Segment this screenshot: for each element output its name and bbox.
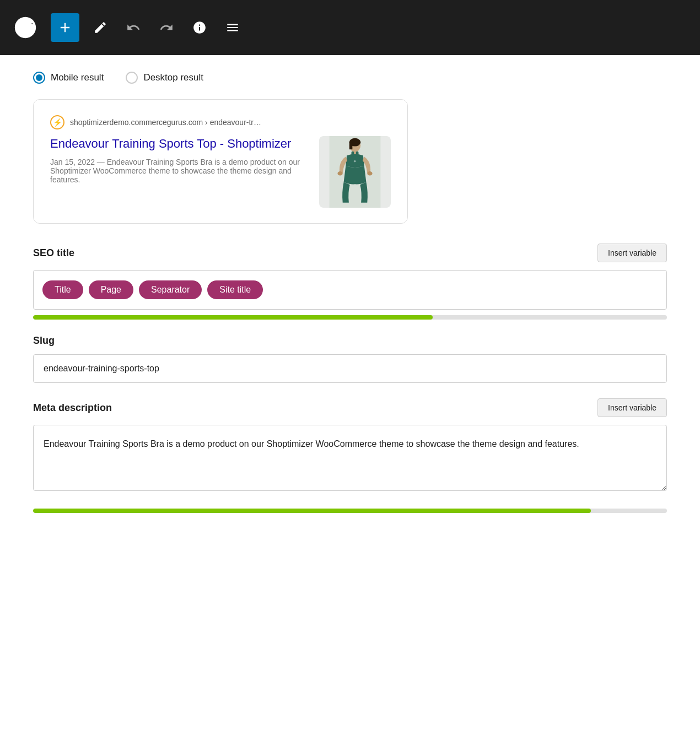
svg-point-7 (337, 171, 342, 175)
mobile-radio[interactable] (33, 72, 45, 84)
add-block-button[interactable] (51, 13, 79, 42)
slug-input[interactable] (33, 354, 667, 383)
tag-title[interactable]: Title (42, 280, 83, 299)
serp-url: shoptimizerdemo.commercegurus.com › ende… (70, 118, 261, 127)
seo-title-progress-bar (33, 315, 667, 320)
hamburger-icon (225, 20, 240, 35)
mobile-result-option[interactable]: Mobile result (33, 72, 104, 84)
wp-logo (9, 11, 42, 44)
slug-label: Slug (33, 335, 55, 347)
undo-icon (126, 20, 141, 35)
seo-title-section-header: SEO title Insert variable (33, 244, 667, 262)
preview-type-selector: Mobile result Desktop result (33, 72, 667, 84)
undo-button[interactable] (121, 15, 146, 40)
tag-separator[interactable]: Separator (139, 280, 202, 299)
serp-product-image: ✦ (319, 136, 391, 208)
svg-rect-3 (349, 142, 353, 149)
seo-title-input-box[interactable]: Title Page Separator Site title (33, 270, 667, 310)
menu-button[interactable] (220, 15, 245, 40)
toolbar (0, 0, 700, 55)
tag-page[interactable]: Page (89, 280, 133, 299)
seo-title-insert-variable-button[interactable]: Insert variable (597, 244, 667, 262)
slug-section: Slug (33, 335, 667, 383)
meta-description-insert-variable-button[interactable]: Insert variable (597, 398, 667, 417)
slug-section-header: Slug (33, 335, 667, 347)
desktop-result-option[interactable]: Desktop result (126, 72, 203, 84)
svg-point-8 (367, 171, 372, 175)
serp-body: Endeavour Training Sports Top - Shoptimi… (50, 136, 391, 208)
serp-page-title[interactable]: Endeavour Training Sports Top - Shoptimi… (50, 136, 308, 152)
mobile-result-label: Mobile result (51, 72, 104, 83)
meta-description-textarea[interactable]: Endeavour Training Sports Bra is a demo … (33, 425, 667, 491)
lightning-icon: ⚡ (50, 115, 64, 129)
svg-rect-5 (352, 152, 354, 156)
meta-description-section-header: Meta description Insert variable (33, 398, 667, 417)
tag-site-title[interactable]: Site title (207, 280, 263, 299)
meta-description-progress-bar (33, 509, 667, 513)
info-button[interactable] (187, 15, 212, 40)
pen-icon (93, 20, 107, 35)
serp-url-row: ⚡ shoptimizerdemo.commercegurus.com › en… (50, 115, 391, 129)
seo-title-progress-fill (33, 315, 433, 320)
svg-rect-6 (356, 152, 359, 156)
serp-text: Endeavour Training Sports Top - Shoptimi… (50, 136, 308, 187)
meta-description-label: Meta description (33, 402, 112, 414)
serp-preview-card: ⚡ shoptimizerdemo.commercegurus.com › en… (33, 99, 408, 224)
desktop-result-label: Desktop result (143, 72, 203, 83)
meta-description-section: Meta description Insert variable Endeavo… (33, 398, 667, 493)
redo-icon (159, 20, 174, 35)
desktop-radio[interactable] (126, 72, 138, 84)
edit-pen-button[interactable] (88, 15, 112, 40)
svg-text:✦: ✦ (353, 159, 357, 164)
seo-title-label: SEO title (33, 247, 74, 259)
serp-date: Jan 15, 2022 — Endeavour Training Sports… (50, 158, 308, 184)
main-content: Mobile result Desktop result ⚡ shoptimiz… (0, 55, 700, 529)
redo-button[interactable] (154, 15, 179, 40)
info-icon (192, 20, 207, 35)
meta-description-progress-fill (33, 509, 591, 513)
